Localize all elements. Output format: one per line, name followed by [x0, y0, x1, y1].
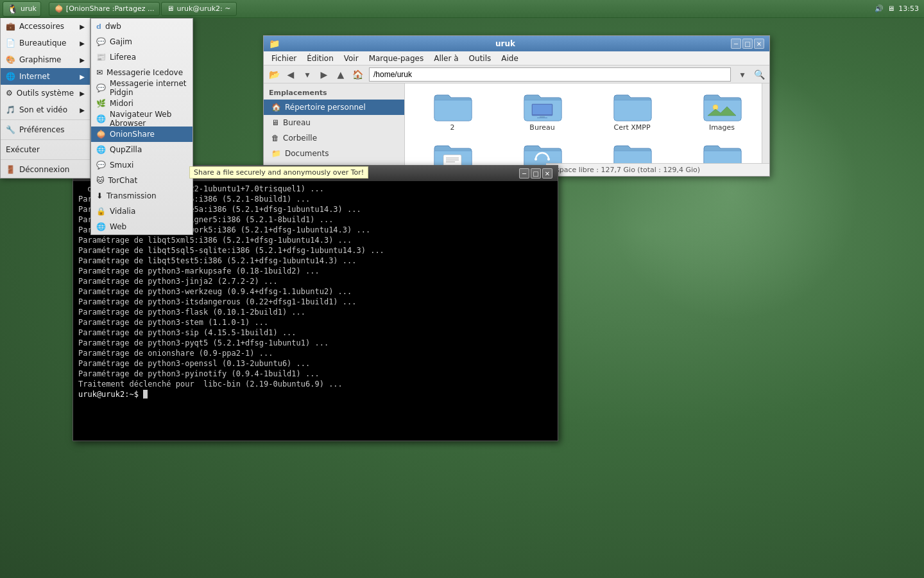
menu-item-preferences[interactable]: 🔧 Préférences	[1, 121, 90, 138]
network-icon[interactable]: 🖥	[887, 4, 894, 13]
submenu-midori[interactable]: 🌿 Midori	[91, 96, 193, 111]
graphisme-label: Graphisme	[19, 55, 61, 64]
submenu-pidgin[interactable]: 💬 Messagerie internet Pidgin	[91, 80, 193, 96]
liferea-icon: 📰	[96, 53, 106, 62]
submenu-qupzilla[interactable]: 🌐 QupZilla	[91, 142, 193, 157]
folder-images-label: Images	[709, 123, 735, 132]
internet-arrow: ▶	[80, 73, 85, 80]
outils-label: Outils système	[17, 89, 74, 98]
open-location-button[interactable]: 📂	[266, 67, 282, 82]
smuxi-icon: 💬	[96, 161, 106, 170]
submenu-torchat[interactable]: 🐱 TorChat	[91, 173, 193, 188]
menu-item-bureautique[interactable]: 📄 Bureautique ▶	[1, 35, 90, 51]
onionshare-label: OnionShare	[110, 130, 155, 139]
sidebar-bureau[interactable]: 🖥 Bureau	[264, 115, 404, 130]
submenu-transmission[interactable]: ⬇ Transmission	[91, 188, 193, 204]
bureautique-label: Bureautique	[19, 39, 67, 48]
menu-item-executer[interactable]: Exécuter	[1, 141, 90, 158]
graphisme-arrow: ▶	[80, 57, 85, 64]
onionshare-tooltip: Share a file securely and anonymously ov…	[189, 166, 368, 179]
taskbar-terminal-btn[interactable]: 🖥 uruk@uruk2: ~	[161, 2, 236, 16]
menu-fichier[interactable]: Fichier	[266, 53, 302, 64]
start-button[interactable]: 🐧 uruk	[3, 1, 41, 17]
bureau-label: Bureau	[283, 118, 311, 127]
submenu-vidalia[interactable]: 🔒 Vidalia	[91, 204, 193, 219]
menu-item-graphisme[interactable]: 🎨 Graphisme ▶	[1, 51, 90, 68]
terminal-minimize[interactable]: ─	[519, 168, 529, 179]
dwb-label: dwb	[105, 22, 121, 31]
menu-item-deconnexion[interactable]: 🚪 Déconnexion	[1, 161, 90, 178]
menu-marque-pages[interactable]: Marque-pages	[364, 53, 429, 64]
maximize-button[interactable]: □	[742, 39, 753, 49]
menu-item-accessories[interactable]: 💼 Accessoires ▶	[1, 18, 90, 35]
file-manager-body: Emplacements 🏠 Répertoire personnel 🖥 Bu…	[264, 83, 769, 176]
midori-icon: 🌿	[96, 99, 106, 108]
fm-scrollbar[interactable]	[762, 83, 769, 163]
terminal-line-5: Paramétrage de libqt5xml5:i386 (5.2.1+df…	[78, 235, 552, 245]
back-button[interactable]: ◀	[283, 67, 298, 82]
taskbar: 🐧 uruk 🧅 [OnionShare :Partagez ... 🖥 uru…	[0, 0, 924, 18]
folder-images[interactable]: Images	[680, 89, 764, 134]
submenu-onionshare[interactable]: 🧅 OnionShare	[91, 127, 193, 142]
terminal-line-18: Paramétrage de python3-pyinotify (0.9.4-…	[78, 369, 552, 379]
folder-bureau[interactable]: Bureau	[500, 89, 585, 134]
terminal-close[interactable]: ✕	[542, 168, 552, 179]
menu-edition[interactable]: Édition	[302, 53, 339, 64]
forward-button[interactable]: ▶	[316, 67, 332, 82]
submenu-web[interactable]: 🌐 Web	[91, 219, 193, 234]
submenu-liferea[interactable]: 📰 Liferea	[91, 49, 193, 65]
terminal-controls: ─ □ ✕	[519, 168, 552, 179]
file-manager-menubar: Fichier Édition Voir Marque-pages Aller …	[264, 51, 769, 66]
accessories-label: Accessoires	[19, 22, 64, 31]
volume-icon[interactable]: 🔊	[875, 4, 884, 13]
menu-item-son[interactable]: 🎵 Son et vidéo ▶	[1, 101, 90, 118]
menu-voir[interactable]: Voir	[339, 53, 364, 64]
preferences-label: Préférences	[19, 125, 65, 134]
back-dropdown-button[interactable]: ▾	[300, 67, 315, 82]
menu-item-internet[interactable]: 🌐 Internet ▶	[1, 68, 90, 85]
file-manager-toolbar: 📂 ◀ ▾ ▶ ▲ 🏠 ▾ 🔍	[264, 66, 769, 83]
terminal-maximize[interactable]: □	[531, 168, 541, 179]
sidebar-documents[interactable]: 📁 Documents	[264, 146, 404, 161]
address-bar[interactable]	[369, 67, 731, 82]
reload-button[interactable]: 🏠	[350, 67, 365, 82]
close-button[interactable]: ✕	[754, 39, 764, 49]
terminal-line-10: Paramétrage de python3-werkzeug (0.9.4+d…	[78, 286, 552, 297]
gajim-icon: 💬	[96, 37, 106, 46]
submenu-icedove[interactable]: ✉ Messagerie Icedove	[91, 65, 193, 80]
onionshare-icon: 🧅	[96, 130, 106, 139]
desktop: 🐧 uruk 🧅 [OnionShare :Partagez ... 🖥 uru…	[0, 0, 924, 578]
menu-aide[interactable]: Aide	[496, 53, 524, 64]
status-bar-text: Espace libre : 127,7 Gio (total : 129,4 …	[551, 166, 700, 174]
folder-2[interactable]: 2	[410, 89, 495, 134]
icedove-icon: ✉	[96, 68, 103, 77]
documents-icon: 📁	[271, 149, 281, 158]
file-manager-controls: ─ □ ✕	[731, 39, 764, 49]
web-label: Web	[110, 222, 126, 231]
deconnexion-label: Déconnexion	[19, 165, 69, 174]
search-button[interactable]: 🔍	[751, 67, 767, 82]
terminal-taskbar-icon: 🖥	[167, 4, 174, 13]
qupzilla-label: QupZilla	[110, 145, 142, 154]
minimize-button[interactable]: ─	[731, 39, 741, 49]
sidebar-repertoire[interactable]: 🏠 Répertoire personnel	[264, 100, 404, 115]
terminal-prompt: uruk@uruk2:~$ _	[78, 389, 552, 399]
terminal-line-19: Traitement déclenché pour libc-bin (2.19…	[78, 379, 552, 389]
terminal-line-11: Paramétrage de python3-itsdangerous (0.2…	[78, 297, 552, 307]
taskbar-onionshare-btn[interactable]: 🧅 [OnionShare :Partagez ...	[49, 2, 160, 16]
submenu-dwb[interactable]: d dwb	[91, 19, 193, 34]
sidebar-corbeille[interactable]: 🗑 Corbeille	[264, 130, 404, 146]
terminal-line-12: Paramétrage de python3-flask (0.10.1-2bu…	[78, 307, 552, 317]
submenu-smuxi[interactable]: 💬 Smuxi	[91, 157, 193, 173]
dropdown-button[interactable]: ▾	[735, 67, 750, 82]
dwb-icon: d	[96, 22, 101, 31]
icedove-label: Messagerie Icedove	[107, 68, 183, 77]
submenu-gajim[interactable]: 💬 Gajim	[91, 34, 193, 49]
menu-outils[interactable]: Outils	[464, 53, 497, 64]
menu-aller-a[interactable]: Aller à	[429, 53, 463, 64]
up-button[interactable]: ▲	[333, 67, 348, 82]
folder-cert[interactable]: Cert XMPP	[590, 89, 674, 134]
menu-item-outils[interactable]: ⚙ Outils système ▶	[1, 85, 90, 101]
vidalia-label: Vidalia	[110, 207, 135, 216]
submenu-abrowser[interactable]: 🌐 Navigateur Web Abrowser	[91, 111, 193, 127]
